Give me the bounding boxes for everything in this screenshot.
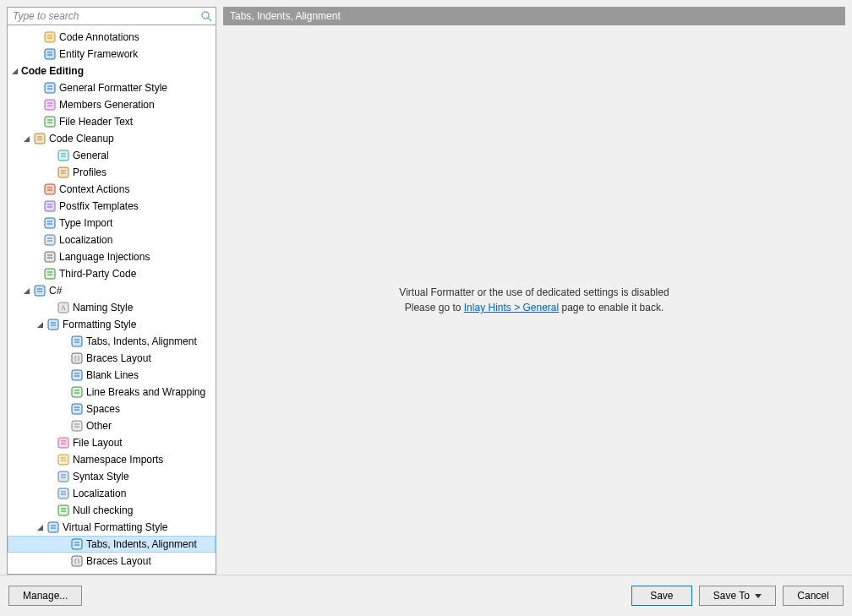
panel-message: Virtual Formatter or the use of dedicate… — [399, 285, 669, 315]
tree-item-general[interactable]: General — [8, 147, 216, 164]
chevron-down-icon — [755, 594, 762, 598]
cancel-button[interactable]: Cancel — [783, 586, 844, 606]
other-icon — [70, 419, 84, 433]
inlay-hints-link[interactable]: Inlay Hints > General — [464, 302, 559, 313]
tree-item-formatting-style[interactable]: Formatting Style — [8, 316, 216, 333]
save-to-button[interactable]: Save To — [699, 586, 776, 606]
svg-rect-35 — [45, 235, 55, 245]
panel-message-prefix: Please go to — [405, 302, 464, 313]
expand-toggle[interactable] — [11, 68, 21, 75]
panel-message-suffix: page to enable it back. — [559, 302, 664, 313]
tree-item-label: File Header Text — [59, 116, 133, 128]
svg-rect-52 — [72, 336, 82, 346]
save-button[interactable]: Save — [631, 586, 692, 606]
localization-icon — [43, 233, 57, 247]
tree-item-third-party-code[interactable]: Third-Party Code — [8, 265, 216, 282]
svg-text:{}: {} — [74, 355, 80, 363]
svg-rect-5 — [45, 49, 55, 59]
bottom-bar: Manage... Save Save To Cancel — [0, 575, 852, 616]
tree-item-code-editing[interactable]: Code Editing — [8, 63, 216, 79]
svg-rect-78 — [58, 488, 68, 499]
svg-rect-72 — [58, 455, 68, 465]
expand-toggle[interactable] — [23, 287, 33, 295]
tree-item-language-injections[interactable]: Language Injections — [8, 248, 216, 265]
tree-item-code-cleanup[interactable]: Code Cleanup — [8, 130, 216, 147]
svg-point-0 — [202, 12, 209, 19]
tree-item-label: Code Annotations — [59, 31, 139, 43]
tree-item-other[interactable]: Other — [8, 417, 216, 434]
tree-item-label: Null checking — [73, 504, 133, 516]
panel-body: Virtual Formatter or the use of dedicate… — [223, 25, 845, 575]
nsimports-icon — [57, 453, 70, 466]
tree-item-members-generation[interactable]: Members Generation — [8, 96, 216, 113]
tree-item-label: Postfix Templates — [59, 200, 139, 212]
tree-item-braces-layout[interactable]: {}Braces Layout — [8, 553, 216, 570]
tree-item-namespace-imports[interactable]: Namespace Imports — [8, 451, 216, 468]
svg-text:{}: {} — [74, 558, 80, 565]
import-icon — [43, 216, 57, 230]
tree-item-context-actions[interactable]: Context Actions — [8, 181, 216, 198]
manage-button[interactable]: Manage... — [8, 586, 82, 606]
svg-text:A: A — [61, 304, 66, 312]
localization-icon — [57, 487, 70, 500]
tree-item-label: Braces Layout — [86, 352, 151, 364]
svg-rect-81 — [58, 505, 68, 515]
tree-item-entity-framework[interactable]: Entity Framework — [8, 46, 216, 63]
tree-item-file-layout[interactable]: File Layout — [8, 434, 216, 451]
tree-item-code-annotations[interactable]: Code Annotations — [8, 29, 216, 46]
tree-item-label: Localization — [59, 234, 112, 246]
tree-item-null-checking[interactable]: Null checking — [8, 502, 216, 519]
syntax-icon — [57, 470, 70, 483]
svg-rect-57 — [72, 370, 82, 380]
search-input[interactable] — [11, 9, 200, 23]
tree-item-label: General — [73, 150, 109, 161]
cleanup-icon — [33, 132, 46, 145]
svg-rect-75 — [58, 472, 68, 482]
tree-item-braces-layout[interactable]: {}Braces Layout — [8, 350, 216, 367]
expand-toggle[interactable] — [23, 135, 33, 143]
svg-rect-63 — [72, 404, 82, 414]
entity-icon — [43, 47, 57, 61]
tree-item-postfix-templates[interactable]: Postfix Templates — [8, 198, 216, 215]
svg-rect-84 — [48, 522, 58, 532]
tabs-icon — [70, 335, 84, 348]
tree-item-c[interactable]: C# — [8, 282, 216, 299]
expand-toggle[interactable] — [36, 321, 46, 329]
null-icon — [57, 504, 70, 517]
search-box — [7, 7, 216, 25]
tree-item-naming-style[interactable]: ANaming Style — [8, 299, 216, 316]
naming-icon: A — [57, 301, 70, 314]
filelayout-icon — [57, 436, 70, 450]
tree-item-profiles[interactable]: Profiles — [8, 164, 216, 181]
svg-rect-60 — [72, 387, 82, 397]
tree-item-line-breaks-and-wrapping[interactable]: Line Breaks and Wrapping — [8, 384, 216, 401]
tree-item-spaces[interactable]: Spaces — [8, 401, 216, 417]
tree-item-label: Code Cleanup — [49, 133, 114, 144]
search-icon[interactable] — [200, 10, 212, 22]
tree-scroll[interactable]: Code AnnotationsEntity FrameworkCode Edi… — [7, 25, 216, 575]
tree-item-label: File Layout — [73, 437, 123, 449]
tree-item-blank-lines[interactable]: Blank Lines — [8, 367, 216, 384]
tree-item-virtual-formatting-style[interactable]: Virtual Formatting Style — [8, 519, 216, 536]
tree-item-general-formatter-style[interactable]: General Formatter Style — [8, 79, 216, 96]
tree-item-type-import[interactable]: Type Import — [8, 215, 216, 232]
tree-item-label: Localization — [73, 488, 126, 499]
tree-item-localization[interactable]: Localization — [8, 485, 216, 502]
expand-toggle[interactable] — [36, 524, 46, 532]
formatter-icon — [46, 318, 60, 331]
members-icon — [43, 98, 57, 112]
svg-rect-23 — [58, 167, 68, 177]
tree-item-file-header-text[interactable]: File Header Text — [8, 113, 216, 130]
svg-rect-2 — [45, 32, 55, 42]
tree-item-localization[interactable]: Localization — [8, 232, 216, 248]
tabs-icon — [70, 537, 84, 551]
tree-item-label: General Formatter Style — [59, 82, 167, 94]
tree-item-tabs-indents-alignment[interactable]: Tabs, Indents, Alignment — [8, 333, 216, 350]
svg-rect-38 — [45, 252, 55, 262]
tree-item-syntax-style[interactable]: Syntax Style — [8, 468, 216, 485]
postfix-icon — [43, 199, 57, 213]
svg-rect-69 — [58, 438, 68, 448]
tree-item-tabs-indents-alignment[interactable]: Tabs, Indents, Alignment — [8, 536, 216, 553]
tree-item-label: Tabs, Indents, Alignment — [86, 335, 197, 347]
panel-title-text: Tabs, Indents, Alignment — [230, 10, 341, 22]
